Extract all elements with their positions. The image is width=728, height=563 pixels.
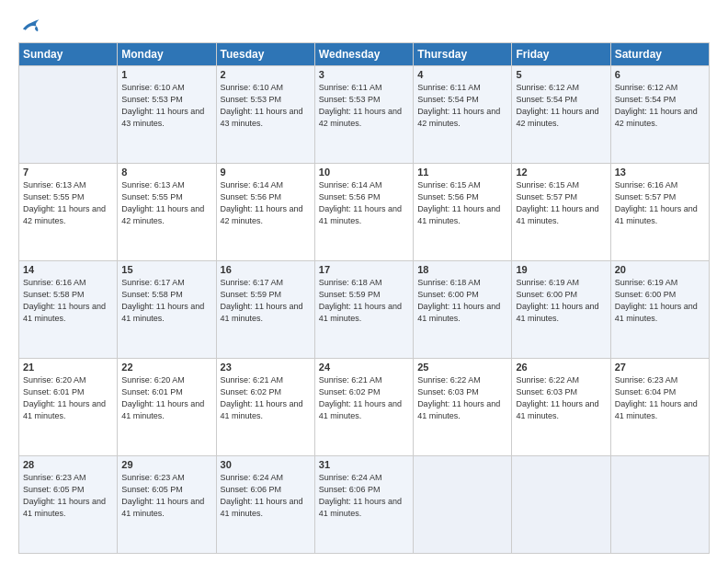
calendar-week-row: 14Sunrise: 6:16 AMSunset: 5:58 PMDayligh…: [19, 261, 710, 359]
day-number: 19: [516, 264, 606, 275]
calendar-cell: 26Sunrise: 6:22 AMSunset: 6:03 PMDayligh…: [512, 359, 610, 456]
sun-info: Sunrise: 6:11 AMSunset: 5:54 PMDaylight:…: [417, 82, 507, 130]
sun-info: Sunrise: 6:13 AMSunset: 5:55 PMDaylight:…: [23, 179, 113, 227]
calendar-cell: [414, 456, 512, 554]
day-number: 23: [221, 362, 311, 373]
sun-info: Sunrise: 6:18 AMSunset: 6:00 PMDaylight:…: [417, 277, 507, 325]
calendar-cell: 25Sunrise: 6:22 AMSunset: 6:03 PMDayligh…: [414, 359, 512, 456]
calendar-header-monday: Monday: [118, 43, 216, 66]
calendar-week-row: 1Sunrise: 6:10 AMSunset: 5:53 PMDaylight…: [19, 66, 710, 164]
sun-info: Sunrise: 6:20 AMSunset: 6:01 PMDaylight:…: [23, 374, 113, 422]
day-number: 17: [319, 264, 409, 275]
calendar-cell: 12Sunrise: 6:15 AMSunset: 5:57 PMDayligh…: [512, 164, 610, 261]
calendar-header-saturday: Saturday: [610, 43, 709, 66]
sun-info: Sunrise: 6:20 AMSunset: 6:01 PMDaylight:…: [121, 374, 211, 422]
calendar-cell: 21Sunrise: 6:20 AMSunset: 6:01 PMDayligh…: [19, 359, 118, 456]
day-number: 31: [319, 459, 409, 470]
day-number: 14: [23, 264, 113, 275]
calendar-cell: 13Sunrise: 6:16 AMSunset: 5:57 PMDayligh…: [610, 164, 709, 261]
calendar-cell: 28Sunrise: 6:23 AMSunset: 6:05 PMDayligh…: [19, 456, 118, 554]
day-number: 22: [121, 362, 211, 373]
sun-info: Sunrise: 6:15 AMSunset: 5:57 PMDaylight:…: [516, 179, 606, 227]
day-number: 13: [615, 167, 705, 178]
calendar-header-friday: Friday: [512, 43, 610, 66]
calendar: SundayMondayTuesdayWednesdayThursdayFrid…: [18, 42, 710, 554]
calendar-week-row: 28Sunrise: 6:23 AMSunset: 6:05 PMDayligh…: [19, 456, 710, 554]
sun-info: Sunrise: 6:24 AMSunset: 6:06 PMDaylight:…: [319, 472, 409, 520]
sun-info: Sunrise: 6:14 AMSunset: 5:56 PMDaylight:…: [319, 179, 409, 227]
calendar-header-tuesday: Tuesday: [216, 43, 314, 66]
day-number: 7: [23, 167, 113, 178]
calendar-cell: 29Sunrise: 6:23 AMSunset: 6:05 PMDayligh…: [118, 456, 216, 554]
calendar-header-thursday: Thursday: [414, 43, 512, 66]
sun-info: Sunrise: 6:21 AMSunset: 6:02 PMDaylight:…: [319, 374, 409, 422]
calendar-cell: 9Sunrise: 6:14 AMSunset: 5:56 PMDaylight…: [216, 164, 314, 261]
day-number: 15: [121, 264, 211, 275]
day-number: 1: [121, 69, 211, 80]
calendar-cell: 16Sunrise: 6:17 AMSunset: 5:59 PMDayligh…: [216, 261, 314, 359]
calendar-cell: [512, 456, 610, 554]
calendar-cell: 11Sunrise: 6:15 AMSunset: 5:56 PMDayligh…: [414, 164, 512, 261]
day-number: 29: [121, 459, 211, 470]
sun-info: Sunrise: 6:13 AMSunset: 5:55 PMDaylight:…: [121, 179, 211, 227]
day-number: 9: [221, 167, 311, 178]
calendar-cell: [19, 66, 118, 164]
calendar-cell: 31Sunrise: 6:24 AMSunset: 6:06 PMDayligh…: [314, 456, 413, 554]
day-number: 30: [221, 459, 311, 470]
calendar-cell: 15Sunrise: 6:17 AMSunset: 5:58 PMDayligh…: [118, 261, 216, 359]
sun-info: Sunrise: 6:22 AMSunset: 6:03 PMDaylight:…: [417, 374, 507, 422]
sun-info: Sunrise: 6:11 AMSunset: 5:53 PMDaylight:…: [319, 82, 409, 130]
sun-info: Sunrise: 6:23 AMSunset: 6:05 PMDaylight:…: [23, 472, 113, 520]
sun-info: Sunrise: 6:16 AMSunset: 5:57 PMDaylight:…: [615, 179, 705, 227]
day-number: 27: [615, 362, 705, 373]
day-number: 4: [417, 69, 507, 80]
sun-info: Sunrise: 6:17 AMSunset: 5:58 PMDaylight:…: [121, 277, 211, 325]
calendar-cell: 22Sunrise: 6:20 AMSunset: 6:01 PMDayligh…: [118, 359, 216, 456]
day-number: 21: [23, 362, 113, 373]
logo-bird-icon: [20, 17, 40, 33]
calendar-cell: 14Sunrise: 6:16 AMSunset: 5:58 PMDayligh…: [19, 261, 118, 359]
day-number: 26: [516, 362, 606, 373]
sun-info: Sunrise: 6:16 AMSunset: 5:58 PMDaylight:…: [23, 277, 113, 325]
calendar-cell: 20Sunrise: 6:19 AMSunset: 6:00 PMDayligh…: [610, 261, 709, 359]
calendar-cell: 17Sunrise: 6:18 AMSunset: 5:59 PMDayligh…: [314, 261, 413, 359]
calendar-cell: 3Sunrise: 6:11 AMSunset: 5:53 PMDaylight…: [314, 66, 413, 164]
calendar-week-row: 7Sunrise: 6:13 AMSunset: 5:55 PMDaylight…: [19, 164, 710, 261]
day-number: 8: [121, 167, 211, 178]
sun-info: Sunrise: 6:23 AMSunset: 6:04 PMDaylight:…: [615, 374, 705, 422]
sun-info: Sunrise: 6:12 AMSunset: 5:54 PMDaylight:…: [516, 82, 606, 130]
calendar-cell: 8Sunrise: 6:13 AMSunset: 5:55 PMDaylight…: [118, 164, 216, 261]
page: SundayMondayTuesdayWednesdayThursdayFrid…: [0, 0, 728, 563]
day-number: 5: [516, 69, 606, 80]
day-number: 2: [221, 69, 311, 80]
calendar-cell: 24Sunrise: 6:21 AMSunset: 6:02 PMDayligh…: [314, 359, 413, 456]
day-number: 16: [221, 264, 311, 275]
calendar-cell: 2Sunrise: 6:10 AMSunset: 5:53 PMDaylight…: [216, 66, 314, 164]
day-number: 18: [417, 264, 507, 275]
calendar-cell: [610, 456, 709, 554]
sun-info: Sunrise: 6:15 AMSunset: 5:56 PMDaylight:…: [417, 179, 507, 227]
sun-info: Sunrise: 6:18 AMSunset: 5:59 PMDaylight:…: [319, 277, 409, 325]
day-number: 11: [417, 167, 507, 178]
calendar-header-sunday: Sunday: [19, 43, 118, 66]
logo: [18, 17, 40, 33]
sun-info: Sunrise: 6:21 AMSunset: 6:02 PMDaylight:…: [221, 374, 311, 422]
sun-info: Sunrise: 6:12 AMSunset: 5:54 PMDaylight:…: [615, 82, 705, 130]
calendar-cell: 18Sunrise: 6:18 AMSunset: 6:00 PMDayligh…: [414, 261, 512, 359]
calendar-cell: 5Sunrise: 6:12 AMSunset: 5:54 PMDaylight…: [512, 66, 610, 164]
sun-info: Sunrise: 6:17 AMSunset: 5:59 PMDaylight:…: [221, 277, 311, 325]
day-number: 6: [615, 69, 705, 80]
calendar-cell: 19Sunrise: 6:19 AMSunset: 6:00 PMDayligh…: [512, 261, 610, 359]
day-number: 10: [319, 167, 409, 178]
sun-info: Sunrise: 6:23 AMSunset: 6:05 PMDaylight:…: [121, 472, 211, 520]
calendar-cell: 7Sunrise: 6:13 AMSunset: 5:55 PMDaylight…: [19, 164, 118, 261]
calendar-header-row: SundayMondayTuesdayWednesdayThursdayFrid…: [19, 43, 710, 66]
day-number: 12: [516, 167, 606, 178]
sun-info: Sunrise: 6:24 AMSunset: 6:06 PMDaylight:…: [221, 472, 311, 520]
sun-info: Sunrise: 6:10 AMSunset: 5:53 PMDaylight:…: [221, 82, 311, 130]
day-number: 20: [615, 264, 705, 275]
day-number: 3: [319, 69, 409, 80]
calendar-cell: 30Sunrise: 6:24 AMSunset: 6:06 PMDayligh…: [216, 456, 314, 554]
sun-info: Sunrise: 6:22 AMSunset: 6:03 PMDaylight:…: [516, 374, 606, 422]
calendar-cell: 6Sunrise: 6:12 AMSunset: 5:54 PMDaylight…: [610, 66, 709, 164]
